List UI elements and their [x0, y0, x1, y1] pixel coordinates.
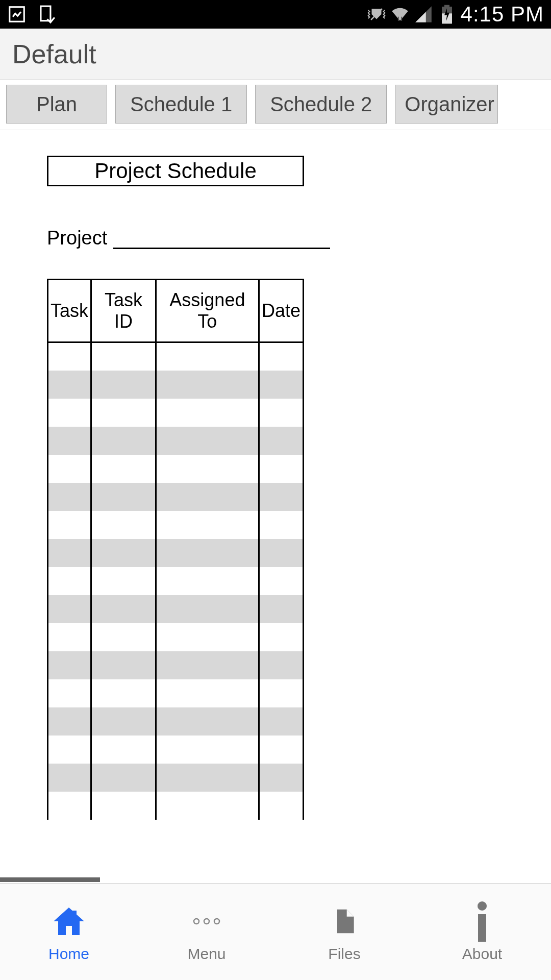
- nav-about-label: About: [462, 945, 502, 963]
- status-bar: 4:15 PM: [0, 0, 551, 29]
- home-icon: [49, 901, 88, 941]
- app-header: Default: [0, 29, 551, 80]
- svg-point-7: [194, 919, 199, 924]
- svg-rect-1: [41, 6, 51, 20]
- table-row[interactable]: [48, 707, 304, 736]
- col-date: Date: [259, 280, 303, 342]
- nav-files[interactable]: Files: [276, 884, 413, 980]
- scroll-indicator[interactable]: [0, 877, 100, 882]
- svg-point-8: [204, 919, 209, 924]
- col-assigned-to: Assigned To: [156, 280, 259, 342]
- table-row[interactable]: [48, 623, 304, 651]
- nav-about[interactable]: About: [413, 884, 551, 980]
- page-title: Default: [12, 39, 96, 69]
- project-input[interactable]: [113, 229, 330, 249]
- tab-plan[interactable]: Plan: [6, 85, 107, 124]
- nav-home-label: Home: [48, 945, 89, 963]
- svg-point-9: [214, 919, 219, 924]
- info-icon: [472, 901, 492, 941]
- wifi-icon: [390, 5, 410, 24]
- tab-schedule-1[interactable]: Schedule 1: [115, 85, 247, 124]
- table-header-row: Task Task ID Assigned To Date: [48, 280, 304, 342]
- table-row[interactable]: [48, 455, 304, 483]
- vibrate-icon: [367, 5, 386, 24]
- table-row[interactable]: [48, 595, 304, 623]
- project-field-row: Project: [47, 227, 504, 249]
- project-label: Project: [47, 227, 113, 249]
- svg-rect-4: [444, 5, 449, 8]
- tab-schedule-2[interactable]: Schedule 2: [255, 85, 387, 124]
- file-icon: [330, 901, 359, 941]
- download-complete-icon: [37, 5, 56, 24]
- status-left: [7, 5, 56, 24]
- nav-menu[interactable]: Menu: [138, 884, 276, 980]
- table-row[interactable]: [48, 736, 304, 764]
- table-row[interactable]: [48, 371, 304, 399]
- schedule-table: Task Task ID Assigned To Date: [47, 279, 304, 820]
- table-row[interactable]: [48, 399, 304, 427]
- table-row[interactable]: [48, 792, 304, 820]
- status-time: 4:15 PM: [461, 2, 544, 27]
- nav-home[interactable]: Home: [0, 884, 138, 980]
- svg-rect-6: [72, 911, 77, 917]
- table-row[interactable]: [48, 483, 304, 511]
- nav-files-label: Files: [328, 945, 360, 963]
- signal-icon: [414, 5, 433, 24]
- status-right: 4:15 PM: [367, 2, 544, 27]
- bottom-nav: Home Menu Files About: [0, 883, 551, 980]
- nav-menu-label: Menu: [187, 945, 226, 963]
- svg-point-10: [478, 901, 487, 911]
- table-row[interactable]: [48, 764, 304, 792]
- image-icon: [7, 5, 27, 24]
- col-task-id: Task ID: [91, 280, 156, 342]
- document-title: Project Schedule: [47, 156, 304, 186]
- table-row[interactable]: [48, 427, 304, 455]
- tab-organizer[interactable]: Organizer: [395, 85, 498, 124]
- table-row[interactable]: [48, 567, 304, 595]
- battery-icon: [437, 5, 457, 24]
- table-row[interactable]: [48, 511, 304, 539]
- table-row[interactable]: [48, 342, 304, 371]
- table-row[interactable]: [48, 679, 304, 707]
- col-task: Task: [48, 280, 91, 342]
- menu-icon: [189, 901, 224, 941]
- tab-row: Plan Schedule 1 Schedule 2 Organizer: [0, 80, 551, 130]
- content-area[interactable]: Project Schedule Project Task Task ID As…: [0, 130, 551, 820]
- svg-rect-11: [478, 914, 486, 942]
- table-row[interactable]: [48, 539, 304, 567]
- table-row[interactable]: [48, 651, 304, 679]
